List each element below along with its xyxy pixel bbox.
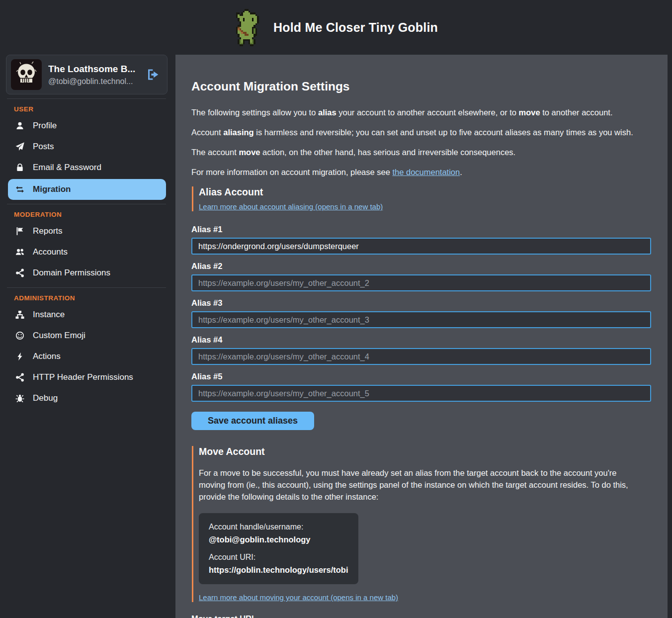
sidebar-item-label: Email & Password (33, 163, 101, 173)
alias-2-input[interactable] (191, 274, 651, 291)
page-title: Account Migration Settings (191, 80, 651, 93)
sidebar-item-domain-permissions[interactable]: Domain Permissions (0, 263, 175, 283)
alias-4-label: Alias #4 (191, 335, 651, 345)
alias-field-1: Alias #1 (191, 225, 651, 255)
sidebar-item-label: Accounts (33, 247, 68, 257)
sidebar-section-administration: ADMINISTRATION (14, 294, 175, 302)
sidebar-item-label: Posts (33, 142, 54, 152)
sidebar-item-label: Debug (33, 393, 58, 403)
sidebar-item-posts[interactable]: Posts (0, 136, 175, 157)
alias-field-2: Alias #2 (191, 262, 651, 291)
move-target-field: Move target URI (191, 614, 651, 618)
sidebar: The Loathsome B... @tobi@goblin.technol.… (0, 55, 175, 618)
user-handle: @tobi@goblin.technol... (48, 77, 143, 86)
sidebar-item-label: Migration (33, 184, 71, 194)
alias-account-section: Alias Account Learn more about account a… (192, 186, 651, 211)
smile-icon (15, 331, 25, 341)
alias-docs-link[interactable]: Learn more about account aliasing (opens… (199, 202, 383, 211)
intro-paragraph-4: For more information on account migratio… (191, 167, 651, 178)
sidebar-item-actions[interactable]: Actions (0, 346, 175, 367)
intro-paragraph-1: The following settings allow you to alia… (191, 107, 651, 118)
user-card[interactable]: The Loathsome B... @tobi@goblin.technol.… (6, 55, 168, 94)
documentation-link[interactable]: the documentation (392, 168, 460, 177)
sidebar-item-reports[interactable]: Reports (0, 221, 175, 242)
sidebar-section-moderation: MODERATION (14, 211, 175, 218)
sidebar-item-debug[interactable]: Debug (0, 388, 175, 409)
flag-icon (15, 226, 25, 236)
paper-plane-icon (15, 142, 25, 152)
main-panel: Account Migration Settings The following… (175, 55, 668, 618)
sign-out-icon[interactable] (146, 68, 159, 81)
lock-icon (15, 163, 25, 173)
layout: The Loathsome B... @tobi@goblin.technol.… (0, 55, 672, 618)
divider (7, 98, 166, 99)
user-display-name: The Loathsome B... (48, 64, 143, 75)
alias-1-input[interactable] (191, 238, 651, 255)
share-nodes-icon (15, 372, 25, 382)
intro-paragraph-2: Account aliasing is harmless and reversi… (191, 127, 651, 138)
move-docs-link[interactable]: Learn more about moving your account (op… (199, 593, 398, 602)
intro-paragraph-3: The account move action, on the other ha… (191, 147, 651, 158)
avatar (11, 59, 42, 90)
move-account-description: For a move to be successful, you must ha… (199, 467, 639, 503)
bug-icon (15, 393, 25, 403)
alias-field-4: Alias #4 (191, 335, 651, 365)
alias-field-3: Alias #3 (191, 298, 651, 328)
user-icon (15, 121, 25, 131)
alias-3-input[interactable] (191, 311, 651, 328)
users-icon (15, 247, 25, 257)
bolt-icon (15, 352, 25, 361)
move-account-section: Move Account For a move to be successful… (192, 446, 651, 602)
app-header: Hold Me Closer Tiny Goblin (0, 0, 672, 55)
sidebar-item-label: Reports (33, 226, 63, 236)
share-nodes-icon (15, 268, 25, 278)
sidebar-item-accounts[interactable]: Accounts (0, 242, 175, 263)
sidebar-item-label: HTTP Header Permissions (33, 372, 133, 382)
sidebar-item-custom-emoji[interactable]: Custom Emoji (0, 325, 175, 346)
sidebar-item-label: Custom Emoji (33, 331, 85, 341)
alias-5-input[interactable] (191, 385, 651, 402)
account-handle-label: Account handle/username: (209, 523, 348, 531)
sidebar-item-label: Profile (33, 121, 57, 131)
sidebar-item-migration[interactable]: Migration (8, 179, 166, 200)
account-uri-label: Account URI: (209, 553, 348, 562)
account-uri-value: https://goblin.technology/users/tobi (209, 565, 348, 575)
alias-5-label: Alias #5 (191, 372, 651, 381)
sidebar-item-label: Domain Permissions (33, 268, 110, 278)
user-meta: The Loathsome B... @tobi@goblin.technol.… (48, 64, 143, 86)
alias-field-5: Alias #5 (191, 372, 651, 402)
sidebar-item-instance[interactable]: Instance (0, 304, 175, 325)
sitemap-icon (15, 310, 25, 320)
app-title: Hold Me Closer Tiny Goblin (273, 20, 438, 35)
move-details-box: Account handle/username: @tobi@goblin.te… (199, 513, 358, 584)
sidebar-item-profile[interactable]: Profile (0, 115, 175, 136)
sidebar-item-http-header-permissions[interactable]: HTTP Header Permissions (0, 367, 175, 388)
exchange-icon (15, 184, 25, 194)
save-account-aliases-button[interactable]: Save account aliases (191, 412, 314, 430)
alias-4-input[interactable] (191, 348, 651, 365)
move-target-label: Move target URI (191, 614, 651, 618)
sidebar-section-user: USER (14, 105, 175, 113)
alias-3-label: Alias #3 (191, 298, 651, 308)
account-handle-value: @tobi@goblin.technology (209, 535, 348, 544)
divider (7, 204, 166, 204)
alias-2-label: Alias #2 (191, 262, 651, 271)
alias-1-label: Alias #1 (191, 225, 651, 234)
goblin-logo-icon (234, 9, 262, 46)
sidebar-item-email-password[interactable]: Email & Password (0, 157, 175, 178)
divider (7, 287, 166, 288)
alias-account-heading: Alias Account (199, 186, 651, 198)
sidebar-item-label: Actions (33, 352, 61, 361)
sidebar-item-label: Instance (33, 310, 65, 320)
move-account-heading: Move Account (199, 446, 651, 457)
